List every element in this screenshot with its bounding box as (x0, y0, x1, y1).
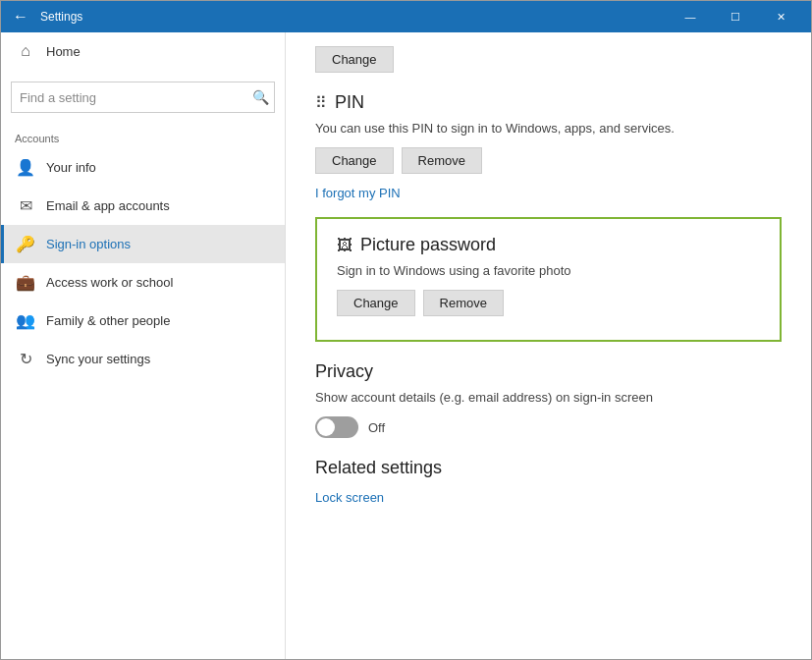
privacy-toggle[interactable] (315, 416, 358, 438)
settings-window: ← Settings — ☐ ✕ ⌂ Home 🔍 Accounts 👤 (0, 0, 812, 660)
your-info-icon: 👤 (15, 158, 36, 177)
main-panel: Change ⠿ PIN You can use this PIN to sig… (286, 32, 811, 659)
picture-password-title: 🖼 Picture password (337, 235, 760, 255)
sidebar-item-family[interactable]: 👥 Family & other people (1, 302, 285, 340)
related-settings-section: Related settings Lock screen (315, 458, 782, 506)
sidebar-item-email[interactable]: ✉ Email & app accounts (1, 187, 285, 225)
search-box: 🔍 (11, 82, 275, 113)
top-change-row: Change (315, 46, 782, 73)
sign-in-icon: 🔑 (15, 235, 36, 253)
top-change-button[interactable]: Change (315, 46, 394, 73)
picture-password-desc: Sign in to Windows using a favorite phot… (337, 263, 760, 278)
sidebar-item-home-label: Home (46, 44, 81, 59)
family-icon: 👥 (15, 311, 36, 330)
pin-section-title: ⠿ PIN (315, 92, 782, 113)
sidebar: ⌂ Home 🔍 Accounts 👤 Your info ✉ Email & … (1, 32, 286, 659)
picture-password-section: 🖼 Picture password Sign in to Windows us… (315, 217, 782, 342)
pin-desc: You can use this PIN to sign in to Windo… (315, 121, 782, 136)
sidebar-item-sign-in[interactable]: 🔑 Sign-in options (1, 225, 285, 263)
related-settings-title-text: Related settings (315, 458, 442, 478)
privacy-title-text: Privacy (315, 361, 373, 382)
picture-password-change-button[interactable]: Change (337, 290, 415, 316)
pin-remove-button[interactable]: Remove (402, 147, 482, 174)
privacy-toggle-row: Off (315, 416, 782, 438)
sidebar-section-label: Accounts (1, 125, 285, 148)
email-icon: ✉ (15, 196, 36, 215)
picture-password-title-text: Picture password (360, 235, 496, 255)
picture-password-icon: 🖼 (337, 237, 352, 254)
lock-screen-link[interactable]: Lock screen (315, 490, 384, 505)
titlebar: ← Settings — ☐ ✕ (1, 1, 811, 32)
toggle-label: Off (368, 420, 385, 435)
back-button[interactable]: ← (9, 5, 32, 28)
main-content: ⌂ Home 🔍 Accounts 👤 Your info ✉ Email & … (1, 32, 811, 659)
search-icon-button[interactable]: 🔍 (252, 89, 269, 105)
sidebar-item-sync[interactable]: ↻ Sync your settings (1, 340, 285, 378)
sidebar-item-email-label: Email & app accounts (46, 198, 170, 213)
maximize-button[interactable]: ☐ (713, 1, 758, 32)
window-title: Settings (40, 10, 668, 24)
pin-title-text: PIN (335, 92, 364, 113)
pin-btn-row: Change Remove (315, 147, 782, 174)
pin-change-button[interactable]: Change (315, 147, 394, 174)
pin-section: ⠿ PIN You can use this PIN to sign in to… (315, 92, 782, 201)
related-settings-title: Related settings (315, 458, 782, 478)
sidebar-item-work-label: Access work or school (46, 275, 173, 290)
picture-password-remove-button[interactable]: Remove (423, 290, 504, 316)
privacy-title: Privacy (315, 361, 782, 382)
home-icon: ⌂ (15, 42, 36, 60)
window-controls: — ☐ ✕ (668, 1, 803, 32)
search-input[interactable] (11, 82, 275, 113)
work-icon: 💼 (15, 273, 36, 292)
pin-icon: ⠿ (315, 93, 327, 112)
forgot-pin-link[interactable]: I forgot my PIN (315, 186, 401, 200)
toggle-knob (317, 418, 335, 436)
sidebar-item-home[interactable]: ⌂ Home (1, 32, 285, 70)
close-button[interactable]: ✕ (758, 1, 803, 32)
sync-icon: ↻ (15, 350, 36, 368)
sidebar-item-your-info-label: Your info (46, 160, 96, 175)
sidebar-item-sign-in-label: Sign-in options (46, 237, 131, 251)
sidebar-item-your-info[interactable]: 👤 Your info (1, 148, 285, 187)
privacy-desc: Show account details (e.g. email address… (315, 390, 782, 405)
minimize-button[interactable]: — (668, 1, 713, 32)
sidebar-item-work[interactable]: 💼 Access work or school (1, 263, 285, 302)
privacy-section: Privacy Show account details (e.g. email… (315, 361, 782, 438)
picture-password-btn-row: Change Remove (337, 290, 760, 316)
sidebar-item-family-label: Family & other people (46, 313, 170, 328)
sidebar-item-sync-label: Sync your settings (46, 352, 150, 366)
